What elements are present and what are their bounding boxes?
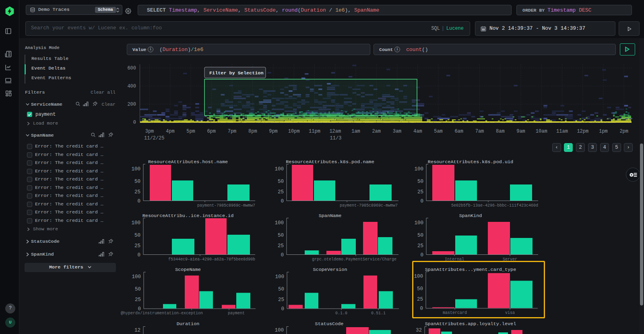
svg-text:grpc.oteldemo.PaymentService/C: grpc.oteldemo.PaymentService/Charge <box>312 257 396 262</box>
svg-text:5am: 5am <box>434 129 443 134</box>
svg-text:10pm: 10pm <box>288 129 300 134</box>
svg-text:50: 50 <box>278 179 284 184</box>
svg-text:50: 50 <box>135 287 141 292</box>
svg-text:ResourceAttributes.k8s.pod.nam: ResourceAttributes.k8s.pod.name <box>286 159 374 165</box>
svg-text:5pm: 5pm <box>186 129 195 134</box>
svg-text:25: 25 <box>417 297 423 302</box>
svg-text:8pm: 8pm <box>248 129 257 134</box>
svg-text:0.1.0: 0.1.0 <box>335 311 347 316</box>
svg-text:100: 100 <box>414 220 423 226</box>
svg-text:5e02b5fb-13ae-4296-bbbc-111f42: 5e02b5fb-13ae-4296-bbbc-111f423c460d <box>451 203 538 208</box>
svg-text:payment-7985c8969c-mwmw7: payment-7985c8969c-mwmw7 <box>340 203 398 208</box>
svg-text:12am: 12am <box>329 129 341 134</box>
svg-text:0: 0 <box>133 120 136 125</box>
svg-text:50: 50 <box>134 179 140 184</box>
svg-text:@hyperdx/instrumentation-excep: @hyperdx/instrumentation-exception <box>121 311 203 316</box>
svg-text:payment-7985c8969c-mwmw7: payment-7985c8969c-mwmw7 <box>197 203 255 208</box>
svg-text:visa: visa <box>505 311 515 315</box>
svg-text:200: 200 <box>127 102 136 107</box>
svg-text:8am: 8am <box>496 129 505 134</box>
svg-text:0: 0 <box>281 306 284 312</box>
svg-text:50: 50 <box>134 233 140 238</box>
svg-text:50: 50 <box>417 233 423 238</box>
svg-text:100: 100 <box>131 166 140 172</box>
svg-text:100: 100 <box>275 166 284 172</box>
svg-text:25: 25 <box>417 189 423 195</box>
svg-text:Server: Server <box>503 257 517 262</box>
svg-text:1pm: 1pm <box>599 129 608 134</box>
svg-text:10am: 10am <box>536 129 547 134</box>
svg-text:50: 50 <box>417 286 423 292</box>
svg-text:0: 0 <box>281 199 284 204</box>
svg-text:0: 0 <box>137 252 140 258</box>
svg-text:0: 0 <box>137 199 140 204</box>
svg-text:0: 0 <box>281 252 284 258</box>
svg-text:ResourceAttribu..ice.instance.: ResourceAttribu..ice.instance.id <box>142 213 234 219</box>
svg-text:SpanName: SpanName <box>319 213 342 219</box>
svg-text:SpanKind: SpanKind <box>459 213 482 219</box>
svg-text:11/2/25: 11/2/25 <box>144 135 164 141</box>
svg-text:25: 25 <box>135 297 141 303</box>
svg-text:1am: 1am <box>351 129 360 134</box>
svg-text:ScopeVersion: ScopeVersion <box>313 267 347 273</box>
svg-text:f5344ec9-a1ea-4290-a62a-78f5be: f5344ec9-a1ea-4290-a62a-78f5bee8d90b <box>168 257 255 262</box>
svg-text:100: 100 <box>414 274 423 279</box>
svg-text:100: 100 <box>414 166 423 172</box>
svg-text:100: 100 <box>132 274 141 280</box>
svg-text:25: 25 <box>417 243 423 249</box>
svg-text:Duration: Duration <box>177 321 200 327</box>
svg-text:SpanAttributes...yment.card_ty: SpanAttributes...yment.card_type <box>425 267 516 273</box>
svg-text:100: 100 <box>275 328 284 333</box>
svg-text:9pm: 9pm <box>269 129 278 134</box>
svg-text:2pm: 2pm <box>619 129 628 134</box>
svg-text:100: 100 <box>275 220 284 226</box>
svg-text:400: 400 <box>127 84 136 89</box>
svg-text:Filter by Selection: Filter by Selection <box>209 70 264 76</box>
svg-text:0: 0 <box>420 252 423 258</box>
svg-text:0: 0 <box>420 199 423 204</box>
svg-text:mastercard: mastercard <box>443 311 467 315</box>
svg-text:25: 25 <box>278 189 284 195</box>
svg-text:3pm: 3pm <box>145 129 154 134</box>
svg-text:12pm: 12pm <box>577 129 588 134</box>
svg-text:11am: 11am <box>556 129 568 134</box>
svg-text:0: 0 <box>420 306 423 311</box>
svg-text:ResourceAttributes.k8s.pod.uid: ResourceAttributes.k8s.pod.uid <box>428 159 513 165</box>
svg-text:600: 600 <box>127 66 136 71</box>
svg-text:ResourceAttributes.host.name: ResourceAttributes.host.name <box>148 159 228 165</box>
svg-text:StatusCode: StatusCode <box>315 321 344 327</box>
svg-text:6pm: 6pm <box>207 129 216 134</box>
svg-text:11/3: 11/3 <box>330 135 342 141</box>
svg-text:7pm: 7pm <box>228 129 237 134</box>
svg-text:50: 50 <box>278 233 284 238</box>
svg-text:4am: 4am <box>413 129 422 134</box>
svg-text:2am: 2am <box>372 129 381 134</box>
svg-text:9am: 9am <box>516 129 525 134</box>
svg-text:11pm: 11pm <box>309 129 320 134</box>
svg-text:SpanAttributes.app.loyalty.lev: SpanAttributes.app.loyalty.level <box>425 321 516 327</box>
svg-text:4pm: 4pm <box>166 129 175 134</box>
svg-text:25: 25 <box>278 297 284 303</box>
svg-text:25: 25 <box>134 189 140 195</box>
svg-text:100: 100 <box>275 274 284 280</box>
svg-text:3am: 3am <box>393 129 402 134</box>
svg-text:50: 50 <box>417 179 423 184</box>
svg-text:0.51.1: 0.51.1 <box>371 311 386 316</box>
svg-text:100: 100 <box>131 220 140 226</box>
svg-text:ScopeName: ScopeName <box>175 267 201 273</box>
svg-text:7am: 7am <box>475 129 484 134</box>
svg-text:Internal: Internal <box>445 257 464 262</box>
svg-text:50: 50 <box>278 287 284 292</box>
svg-text:payment: payment <box>228 311 245 316</box>
svg-text:25: 25 <box>134 243 140 249</box>
svg-text:25: 25 <box>278 243 284 249</box>
svg-text:32: 32 <box>416 328 422 333</box>
svg-text:6am: 6am <box>454 129 463 134</box>
svg-text:12: 12 <box>134 328 140 333</box>
